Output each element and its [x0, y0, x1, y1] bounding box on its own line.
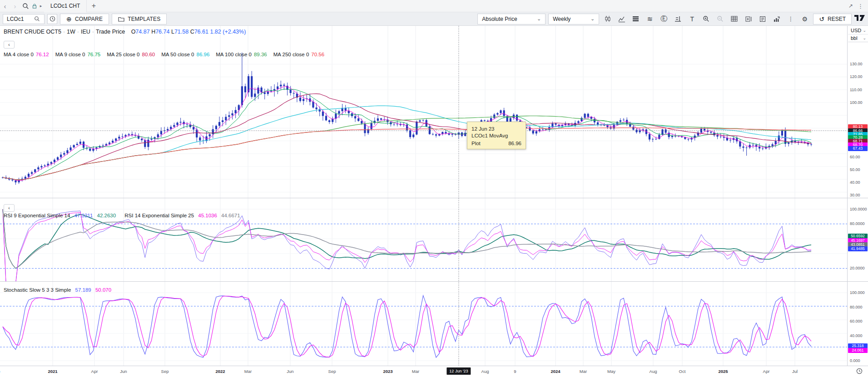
rsi-pane-chart[interactable]: [0, 198, 847, 281]
chevron-down-icon: ⌄: [537, 16, 541, 22]
time-label: Jun: [120, 369, 127, 374]
time-label: Apr: [763, 369, 770, 374]
pane-divider[interactable]: [0, 198, 868, 198]
collapse-legend-button[interactable]: ‹: [4, 41, 15, 49]
ma-legend-item: MA 4 close 076.12: [4, 52, 49, 57]
time-label: Sep: [328, 369, 336, 374]
price-badge: 24.061: [848, 348, 868, 353]
indicators-button[interactable]: [616, 14, 627, 24]
tab-title: LCOc1 CHT: [50, 3, 80, 9]
scale-tick: 50.00: [850, 167, 860, 172]
ma-legend-item: MA 25 close 080.60: [107, 52, 155, 57]
waves-overlay-button[interactable]: ≋: [644, 14, 655, 24]
scale-tick: 40.000: [850, 333, 863, 338]
ma-value: 76.75: [87, 52, 100, 57]
unit-select[interactable]: bbl⌄: [848, 34, 868, 42]
price-badge: 67.43: [848, 146, 868, 151]
time-label: May: [607, 369, 615, 374]
stoch-value-1: 57.189: [75, 287, 91, 293]
change-percent: (+2.43%): [223, 29, 246, 35]
tab-lcoc1-cht[interactable]: LCOc1 CHT: [44, 0, 87, 12]
tradingview-logo[interactable]: [854, 15, 865, 23]
popout-icon[interactable]: ↗: [848, 3, 853, 9]
rsi-legend: RSI 9 Exponential Simple 14 47.3211 42.2…: [4, 213, 240, 218]
scale-tick: 80.0000: [850, 221, 865, 226]
price-mode-select[interactable]: Absolute Price ⌄: [477, 14, 546, 24]
symbol-input[interactable]: [7, 16, 34, 22]
forward-icon[interactable]: ›: [10, 2, 20, 10]
search-icon[interactable]: [20, 0, 31, 11]
rsi-title-1: RSI 9 Exponential Simple 14: [4, 213, 70, 218]
ma-legend-item: MA 9 close 076.75: [55, 52, 101, 57]
events-button[interactable]: Ⓔ: [658, 14, 670, 24]
data-table-button[interactable]: [729, 14, 740, 24]
tooltip-series: LCOc1 MovAvg: [471, 133, 521, 138]
scale-tick: 100.000: [850, 290, 865, 295]
more-options-icon[interactable]: ⋮: [858, 3, 863, 10]
rsi-value-2: 42.2630: [97, 213, 116, 218]
ma-value: 86.96: [197, 52, 210, 57]
ma-legend-item: MA 50 close 086.96: [161, 52, 209, 57]
rsi-title-2: RSI 14 Exponential Simple 25: [124, 213, 194, 218]
reset-button[interactable]: ↺ RESET: [813, 14, 852, 24]
ma-label: MA 25 close 0: [107, 52, 139, 57]
add-panel-button[interactable]: [743, 14, 754, 24]
collapse-rsi-button[interactable]: ‹: [4, 204, 15, 212]
symbol-search-box[interactable]: [3, 14, 45, 24]
history-clock-button[interactable]: [47, 14, 57, 24]
time-label: 2024: [551, 369, 560, 374]
tooltip-date: 12 Jun 23: [471, 126, 521, 132]
chevron-down-icon: ⌄: [863, 36, 866, 40]
unit-selectors: USD⌄ bbl⌄: [848, 27, 868, 42]
layout-rows-button[interactable]: [630, 14, 641, 24]
interval-select[interactable]: Weekly ⌄: [548, 14, 599, 24]
instrument-name: BRENT CRUDE OCT5: [4, 29, 61, 35]
price-badge: 41.9485: [848, 246, 868, 251]
zoom-out-button[interactable]: [714, 14, 726, 24]
time-label: 2025: [718, 369, 728, 374]
compare-button[interactable]: ⊕ COMPARE: [60, 14, 109, 24]
scale-tick: 20.0000: [850, 266, 865, 270]
currency-select[interactable]: USD⌄: [848, 27, 868, 34]
time-label: Aug: [481, 369, 489, 374]
ma-value: 80.60: [142, 52, 155, 57]
text-tool-button[interactable]: T: [686, 14, 698, 24]
change-value: 1.82: [210, 29, 221, 35]
ma-value: 89.36: [254, 52, 267, 57]
compare-plus-icon: ⊕: [66, 15, 72, 23]
stoch-pane-chart[interactable]: [0, 282, 847, 366]
scale-tick: 130.00: [850, 62, 863, 66]
new-tab-button[interactable]: +: [87, 2, 100, 10]
time-label: Mar: [412, 369, 419, 374]
zoom-in-button[interactable]: [700, 14, 712, 24]
axis-settings-button[interactable]: [672, 14, 684, 24]
time-label: Oct: [679, 369, 686, 374]
field-label: Trade Price: [96, 29, 125, 35]
scale-tick: 60.00: [850, 155, 860, 159]
news-button[interactable]: [757, 14, 768, 24]
ma-legend-item: MA 100 close 089.36: [216, 52, 267, 57]
time-label: Aug: [650, 369, 657, 374]
axis-clock-icon[interactable]: [856, 368, 863, 376]
settings-gear-icon[interactable]: ⚙: [799, 14, 810, 24]
stoch-title: Stochastic Slow 5 3 3 Simple: [4, 287, 71, 293]
scale-tick: 30.00: [850, 193, 860, 197]
more-tools-icon[interactable]: ⋮: [785, 14, 796, 24]
tab-bar: ‹ › ▸ LCOc1 CHT + ↗ ⋮: [0, 0, 868, 12]
time-axis[interactable]: Sep2021AprJunSep2022MarJunSep2023MarAug9…: [0, 366, 868, 377]
ma-label: MA 9 close 0: [55, 52, 85, 57]
scale-tick: 0.000: [850, 358, 860, 363]
templates-button[interactable]: TEMPLATES: [112, 14, 167, 24]
rsi-value-1: 47.3211: [74, 213, 93, 218]
scale-tick: 120.00: [850, 74, 863, 79]
volume-chart-button[interactable]: [771, 14, 782, 24]
back-icon[interactable]: ‹: [0, 2, 10, 10]
ma-value: 76.12: [36, 52, 49, 57]
symbol-search-icon: [34, 16, 40, 22]
candlestick-style-button[interactable]: [602, 14, 613, 24]
price-scale[interactable]: USD⌄ bbl⌄ 130.00120.00110.00100.0060.005…: [847, 26, 868, 366]
pane-divider[interactable]: [0, 281, 868, 282]
ma-label: MA 4 close 0: [4, 52, 34, 57]
time-label: Jul: [792, 369, 798, 374]
scale-tick: 100.0000: [850, 207, 867, 211]
